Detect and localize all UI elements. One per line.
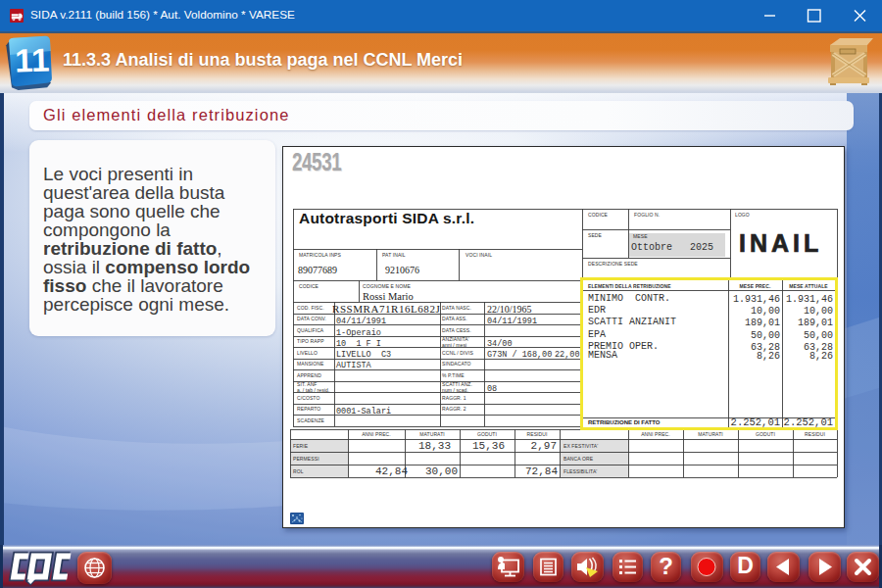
svg-text:11: 11 <box>15 42 50 79</box>
